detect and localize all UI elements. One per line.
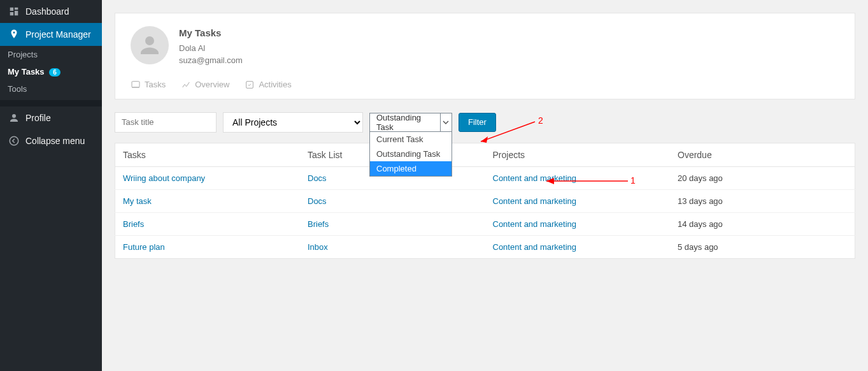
- tab-tasks[interactable]: Tasks: [131, 80, 166, 90]
- overdue-text: 14 days ago: [678, 219, 723, 229]
- task-title-input[interactable]: [115, 112, 217, 133]
- project-link[interactable]: Content and marketing: [493, 196, 577, 206]
- sidebar-sub-tools[interactable]: Tools: [0, 80, 102, 98]
- chart-icon: [181, 80, 191, 90]
- tasklist-link[interactable]: Docs: [308, 173, 327, 183]
- task-link[interactable]: Wriing about company: [123, 173, 205, 183]
- table-row: Future planInboxContent and marketing5 d…: [115, 235, 855, 258]
- sidebar-item-dashboard[interactable]: Dashboard: [0, 0, 102, 23]
- tab-overview[interactable]: Overview: [181, 80, 229, 90]
- svg-point-0: [10, 136, 18, 145]
- page-title: My Tasks: [179, 26, 243, 41]
- status-dropdown-menu: Current Task Outstanding Task Completed: [369, 132, 452, 177]
- status-option-current[interactable]: Current Task: [370, 132, 452, 147]
- col-tasks: Tasks: [115, 143, 301, 166]
- sidebar-item-project-manager[interactable]: Project Manager: [0, 23, 102, 46]
- table-header-row: Tasks Task List Projects Overdue: [115, 143, 855, 166]
- sidebar-sub-my-tasks[interactable]: My Tasks 6: [0, 63, 102, 80]
- filter-bar: All Projects Outstanding Task Current Ta…: [115, 112, 855, 133]
- sidebar-sub-projects[interactable]: Projects: [0, 46, 102, 63]
- projects-select[interactable]: All Projects: [223, 112, 363, 133]
- overdue-text: 5 days ago: [678, 242, 718, 252]
- task-link[interactable]: Briefs: [123, 219, 144, 229]
- svg-rect-1: [132, 81, 139, 87]
- activity-icon: [245, 80, 255, 90]
- filter-button[interactable]: Filter: [459, 113, 496, 132]
- task-link[interactable]: My task: [123, 196, 152, 206]
- table-row: BriefsBriefsContent and marketing14 days…: [115, 212, 855, 235]
- status-option-outstanding[interactable]: Outstanding Task: [370, 147, 452, 161]
- sidebar-item-label: Profile: [25, 113, 51, 123]
- col-projects: Projects: [485, 143, 671, 166]
- dashboard-icon: [8, 5, 20, 18]
- main-content: My Tasks Dola Al suza@gmail.com Tasks Ov…: [102, 0, 868, 371]
- sidebar-divider: [0, 100, 102, 106]
- sidebar-item-profile[interactable]: Profile: [0, 106, 102, 129]
- table-row: Wriing about companyDocsContent and mark…: [115, 166, 855, 189]
- user-icon: [8, 112, 20, 124]
- tasklist-link[interactable]: Inbox: [308, 242, 328, 252]
- sidebar-item-label: Dashboard: [25, 6, 69, 17]
- task-link[interactable]: Future plan: [123, 242, 165, 252]
- status-option-completed[interactable]: Completed: [370, 161, 452, 176]
- sidebar-item-collapse[interactable]: Collapse menu: [0, 129, 102, 152]
- tab-activities[interactable]: Activities: [245, 80, 291, 90]
- project-link[interactable]: Content and marketing: [493, 219, 577, 229]
- card-tabs: Tasks Overview Activities: [115, 73, 855, 99]
- checklist-icon: [131, 80, 141, 90]
- sidebar: Dashboard Project Manager Projects My Ta…: [0, 0, 102, 371]
- pm-icon: [8, 28, 20, 41]
- table-row: My taskDocsContent and marketing13 days …: [115, 189, 855, 212]
- svg-marker-4: [481, 136, 488, 143]
- overdue-text: 20 days ago: [678, 173, 723, 183]
- project-link[interactable]: Content and marketing: [493, 173, 577, 183]
- status-dropdown: Outstanding Task Current Task Outstandin…: [369, 113, 452, 132]
- collapse-icon: [8, 135, 20, 147]
- user-name: Dola Al: [179, 42, 243, 55]
- chevron-down-icon[interactable]: [440, 113, 452, 131]
- status-selected: Outstanding Task: [370, 113, 440, 132]
- tasklist-link[interactable]: Docs: [308, 196, 327, 206]
- sidebar-item-label: Collapse menu: [25, 136, 85, 146]
- col-overdue: Overdue: [670, 143, 855, 166]
- tasks-table: Tasks Task List Projects Overdue Wriing …: [115, 143, 855, 259]
- user-card: My Tasks Dola Al suza@gmail.com Tasks Ov…: [115, 13, 855, 99]
- overdue-text: 13 days ago: [678, 196, 723, 206]
- avatar: [131, 26, 169, 64]
- my-tasks-badge: 6: [49, 68, 60, 76]
- sidebar-item-label: Project Manager: [25, 29, 91, 40]
- project-link[interactable]: Content and marketing: [493, 242, 577, 252]
- user-email: suza@gmail.com: [179, 54, 243, 67]
- tasklist-link[interactable]: Briefs: [308, 219, 329, 229]
